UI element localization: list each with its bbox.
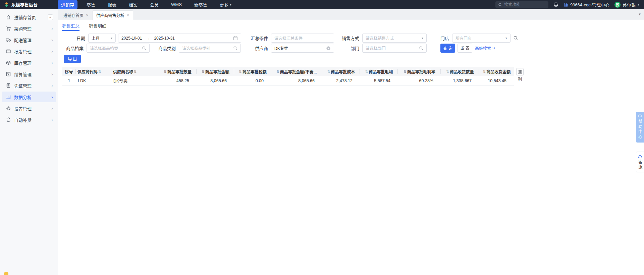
supplier-input[interactable]: DK专卖 bbox=[271, 44, 334, 53]
col-header-supplier-name[interactable]: 供应商名称 ⇅ bbox=[111, 69, 158, 74]
col-header-retail-tax[interactable]: ⇅ 商品零批税额 bbox=[234, 69, 271, 74]
workspace-tabbar: 进销存首页 × 供应商销售分析 × ▾ bbox=[58, 9, 644, 20]
sort-icon[interactable]: ⇅ bbox=[239, 70, 241, 73]
date-preset-value: 上月 bbox=[92, 35, 109, 41]
category-placeholder: 请选择商品类别 bbox=[182, 45, 231, 51]
nav-item-retail[interactable]: 零售 bbox=[83, 0, 99, 9]
supplier-label: 供应商 bbox=[241, 45, 271, 51]
nav-item-members[interactable]: 会员 bbox=[147, 0, 162, 9]
sale-mode-select[interactable]: 请选择销售方式 ▾ bbox=[362, 34, 427, 43]
nav-item-purchase-sale-stock[interactable]: 进销存 bbox=[58, 0, 77, 9]
box-icon bbox=[6, 60, 11, 65]
org-switcher[interactable]: 99664-cqc-管理中心 bbox=[564, 1, 609, 8]
search-icon[interactable] bbox=[233, 46, 237, 50]
store-search-icon[interactable] bbox=[513, 36, 518, 41]
sort-icon[interactable]: ⇅ bbox=[134, 70, 137, 73]
close-icon[interactable]: × bbox=[86, 13, 89, 17]
export-button[interactable]: 导 出 bbox=[64, 55, 81, 63]
column-settings-button[interactable]: 列 bbox=[516, 68, 524, 82]
sort-icon[interactable]: ⇅ bbox=[276, 70, 279, 73]
category-input[interactable]: 请选择商品类别 bbox=[179, 44, 241, 53]
sidebar-item-settlement[interactable]: 结算管理 › bbox=[2, 69, 56, 79]
col-header-supplier-code[interactable]: 供应商代码 ⇅ bbox=[76, 69, 111, 74]
sidebar-item-auto-replenish[interactable]: 自动补货 › bbox=[2, 114, 56, 125]
summary-condition-input[interactable]: 请选择汇总条件 bbox=[271, 34, 334, 43]
user-menu[interactable]: 苏 苏尔银 ▾ bbox=[614, 1, 639, 8]
nav-item-archives[interactable]: 档案 bbox=[125, 0, 141, 9]
col-header-retail-profit-rate[interactable]: ⇅ 商品零批毛利率 bbox=[398, 69, 441, 74]
store-select[interactable]: 所有门店 ▾ bbox=[452, 34, 511, 43]
date-preset-select[interactable]: 上月 ▾ bbox=[88, 34, 116, 43]
sort-icon[interactable]: ⇅ bbox=[202, 70, 204, 73]
sort-icon[interactable]: ⇅ bbox=[327, 70, 330, 73]
sidebar-collapse-button[interactable]: « bbox=[48, 14, 53, 20]
summary-condition-placeholder: 请选择汇总条件 bbox=[274, 35, 331, 41]
customer-service-button[interactable]: 客服 bbox=[636, 152, 644, 172]
reset-button[interactable]: 重 置 bbox=[458, 44, 472, 53]
col-header-retail-amount[interactable]: ⇅ 商品零批金额 bbox=[197, 69, 234, 74]
search-icon[interactable] bbox=[142, 46, 146, 50]
help-center-button[interactable]: 帮助中心 bbox=[636, 112, 644, 143]
nav-item-wms[interactable]: WMS bbox=[168, 1, 185, 8]
col-header-label: 商品收货金额 bbox=[486, 69, 511, 74]
building-icon bbox=[564, 2, 568, 7]
sort-icon[interactable]: ⇅ bbox=[98, 70, 101, 73]
goods-input[interactable]: 请选择商品档案 bbox=[87, 44, 150, 53]
col-header-retail-cost[interactable]: ⇅ 商品零批成本 bbox=[322, 69, 360, 74]
truck-icon bbox=[6, 37, 11, 43]
table-row[interactable]: 1 LDK DK专卖 458.25 8,065.66 0.00 8,065.66… bbox=[62, 76, 514, 86]
sidebar-item-label: 进销存首页 bbox=[14, 14, 36, 20]
advanced-search-link[interactable]: 高级搜索 bbox=[475, 45, 495, 51]
col-header-label: 商品收货数量 bbox=[450, 69, 474, 74]
sidebar-item-wholesale[interactable]: 批发管理 › bbox=[2, 46, 56, 57]
tab-home[interactable]: 进销存首页 × bbox=[60, 11, 92, 20]
global-search[interactable] bbox=[495, 1, 548, 8]
col-header-receive-amount[interactable]: ⇅ 商品收货金额 bbox=[479, 69, 514, 74]
sidebar-item-distribution[interactable]: 配送管理 › bbox=[2, 35, 56, 45]
sidebar-item-voucher[interactable]: 凭证管理 › bbox=[2, 80, 56, 91]
search-icon bbox=[498, 3, 502, 7]
sidebar-item-home[interactable]: 进销存首页 « bbox=[2, 12, 56, 22]
tabbar-chevron-down-icon[interactable]: ▾ bbox=[639, 12, 641, 16]
date-start-value[interactable]: 2025-10-01 bbox=[121, 36, 142, 41]
sidebar-item-procurement[interactable]: 采购管理 › bbox=[2, 23, 56, 34]
nav-item-new-retail[interactable]: 新零售 bbox=[191, 0, 211, 9]
dept-input[interactable]: 请选择部门 bbox=[362, 44, 427, 53]
advanced-search-label: 高级搜索 bbox=[475, 45, 491, 51]
sort-icon[interactable]: ⇅ bbox=[404, 70, 406, 73]
date-end-value[interactable]: 2025-10-31 bbox=[154, 36, 174, 41]
sort-icon[interactable]: ⇅ bbox=[483, 70, 486, 73]
col-header-retail-profit[interactable]: ⇅ 商品零批毛利 bbox=[360, 69, 398, 74]
sidebar-bottom-pinned-item[interactable] bbox=[4, 272, 8, 275]
sidebar-item-settings[interactable]: 设置管理 › bbox=[2, 103, 56, 114]
sort-icon[interactable]: ⇅ bbox=[446, 70, 449, 73]
chevron-right-icon: › bbox=[51, 26, 53, 31]
sort-icon[interactable]: ⇅ bbox=[164, 70, 166, 73]
subtab-sales-summary[interactable]: 销售汇总 bbox=[62, 20, 79, 31]
col-header-label: 商品零批毛利 bbox=[369, 69, 393, 74]
col-header-retail-amount-excl-tax[interactable]: ⇅ 商品零批金额(不含... bbox=[271, 69, 322, 74]
col-header-retail-qty[interactable]: ⇅ 商品零批数量 bbox=[158, 69, 197, 74]
sort-icon[interactable]: ⇅ bbox=[365, 70, 368, 73]
col-header-label: 商品零批金额 bbox=[205, 69, 229, 74]
chat-bubble-icon bbox=[638, 114, 642, 118]
sidebar-item-inventory[interactable]: 库存管理 › bbox=[2, 57, 56, 68]
date-range-picker[interactable]: 2025-10-01 → 2025-10-31 bbox=[118, 34, 241, 43]
sidebar-item-label: 数据分析 bbox=[14, 94, 32, 100]
search-input[interactable] bbox=[504, 2, 546, 7]
printer-icon[interactable] bbox=[553, 2, 558, 7]
nav-item-more[interactable]: 更多 ▾ bbox=[216, 0, 235, 9]
query-button[interactable]: 查 询 bbox=[440, 44, 455, 53]
subtab-sales-detail[interactable]: 销售明细 bbox=[89, 20, 106, 31]
search-icon[interactable] bbox=[419, 46, 423, 50]
close-icon[interactable]: × bbox=[127, 13, 129, 17]
category-label: 商品类别 bbox=[150, 45, 179, 51]
tab-supplier-sales-analysis[interactable]: 供应商销售分析 × bbox=[92, 10, 133, 20]
clear-icon[interactable] bbox=[326, 46, 331, 51]
sidebar-item-label: 采购管理 bbox=[14, 25, 32, 32]
nav-item-reports[interactable]: 报表 bbox=[104, 0, 120, 9]
cell-retail-profit-rate: 69.28% bbox=[398, 78, 441, 83]
cell-receive-amount: 10,543.45 bbox=[479, 78, 514, 83]
sidebar-item-data-analysis[interactable]: 数据分析 › bbox=[2, 92, 56, 102]
col-header-receive-qty[interactable]: ⇅ 商品收货数量 bbox=[441, 69, 479, 74]
